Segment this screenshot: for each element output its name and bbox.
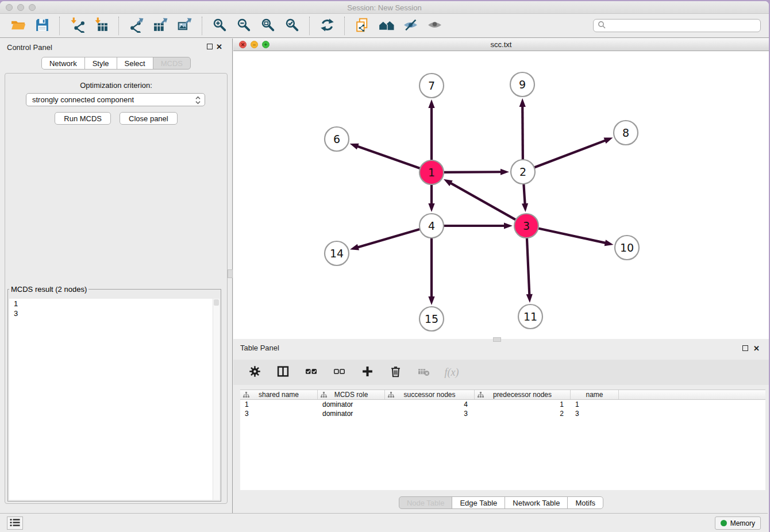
graph-edge-4-15[interactable] (428, 237, 434, 305)
graph-edge-1-2[interactable] (442, 169, 509, 175)
vertical-splitter-handle[interactable] (228, 269, 233, 278)
task-history-button[interactable] (7, 516, 23, 530)
graph-node-4[interactable]: 4 (419, 214, 444, 238)
tab-style[interactable]: Style (84, 57, 117, 70)
open-session-button[interactable] (9, 16, 26, 36)
graph-node-6[interactable]: 6 (325, 127, 349, 151)
cell-predecessor-nodes[interactable]: 2 (475, 409, 571, 418)
zoom-fit-button[interactable] (259, 16, 276, 36)
search-input[interactable] (609, 21, 756, 30)
network-graph[interactable]: 7968124314101511 (233, 52, 769, 340)
graph-edge-1-7[interactable] (428, 99, 434, 161)
cell-name[interactable]: 1 (571, 400, 619, 409)
table-tab-motifs[interactable]: Motifs (567, 496, 603, 509)
import-network-button[interactable] (68, 16, 86, 36)
tab-mcds[interactable]: MCDS (153, 57, 191, 70)
table-tab-network-table[interactable]: Network Table (505, 496, 568, 509)
column-header-shared-name[interactable]: shared name (240, 390, 318, 399)
table-row[interactable]: 3dominator323 (240, 409, 765, 418)
criterion-select[interactable]: strongly connected component (26, 93, 205, 106)
column-header-name[interactable]: name (571, 390, 619, 399)
close-panel-icon[interactable]: ✕ (216, 43, 222, 51)
graph-node-10[interactable]: 10 (615, 236, 639, 260)
list-icon (10, 518, 20, 529)
table-row[interactable]: 1dominator411 (240, 400, 765, 409)
add-column-button[interactable] (359, 364, 376, 381)
column-header-predecessor-nodes[interactable]: predecessor nodes (475, 390, 571, 399)
mcds-result-item[interactable]: 1 (9, 299, 220, 309)
table-close-panel-icon[interactable]: ✕ (753, 345, 760, 352)
cell-mcds-role[interactable]: dominator (318, 400, 385, 409)
show-all-button[interactable] (426, 16, 443, 36)
search-field[interactable] (593, 19, 761, 32)
graph-node-8[interactable]: 8 (614, 121, 638, 145)
export-table-button[interactable] (152, 16, 169, 36)
control-panel-tabs: NetworkStyleSelectMCDS (0, 57, 232, 70)
graph-node-14[interactable]: 14 (325, 241, 349, 265)
graph-edge-3-11[interactable] (526, 237, 533, 303)
deselect-all-rows-button[interactable] (330, 364, 348, 381)
graph-edge-4-3[interactable] (442, 222, 513, 229)
cell-mcds-role[interactable]: dominator (318, 409, 385, 418)
column-header-successor-nodes[interactable]: successor nodes (385, 390, 475, 399)
graph-edge-1-4[interactable] (428, 183, 434, 212)
graph-edge-4-14[interactable] (350, 229, 421, 250)
tab-network[interactable]: Network (41, 57, 85, 70)
node-table: shared nameMCDS rolesuccessor nodesprede… (240, 390, 765, 490)
table-toolbar: f(x) (233, 360, 769, 385)
export-image-button[interactable] (176, 16, 193, 36)
svg-text:9: 9 (519, 78, 526, 91)
cell-shared-name[interactable]: 3 (240, 409, 318, 418)
graph-node-1[interactable]: 1 (419, 160, 444, 184)
horizontal-splitter-handle[interactable] (493, 337, 501, 342)
close-panel-button[interactable]: Close panel (120, 112, 178, 125)
import-table-button[interactable] (93, 16, 110, 36)
export-network-button[interactable] (128, 16, 145, 36)
column-header-mcds-role[interactable]: MCDS role (318, 390, 385, 399)
zoom-in-button[interactable] (211, 16, 228, 36)
cell-predecessor-nodes[interactable]: 1 (475, 400, 571, 409)
network-canvas[interactable]: 7968124314101511 (233, 52, 769, 339)
graph-node-7[interactable]: 7 (419, 74, 444, 98)
mcds-tab-content: Optimization criterion: strongly connect… (5, 73, 228, 504)
table-float-panel-icon[interactable] (742, 345, 748, 351)
graph-edge-2-9[interactable] (519, 98, 526, 161)
delete-column-button[interactable] (387, 364, 404, 381)
graph-edge-2-3[interactable] (522, 183, 528, 212)
float-panel-icon[interactable] (207, 44, 213, 49)
cell-name[interactable]: 3 (571, 409, 619, 418)
tab-select[interactable]: Select (117, 57, 153, 70)
cell-successor-nodes[interactable]: 4 (385, 400, 475, 409)
graph-edge-3-1[interactable] (444, 179, 517, 221)
result-scrollbar-thumb[interactable] (214, 299, 219, 306)
mcds-result-list[interactable]: 13 (9, 299, 220, 500)
save-session-button[interactable] (33, 16, 51, 36)
export-table-icon (153, 17, 168, 34)
table-tab-node-table[interactable]: Node Table (399, 496, 453, 509)
duplicate-network-button[interactable] (353, 16, 371, 36)
zoom-out-button[interactable] (235, 16, 252, 36)
mcds-result-item[interactable]: 3 (9, 309, 220, 318)
run-mcds-button[interactable]: Run MCDS (55, 112, 111, 125)
zoom-selected-button[interactable] (283, 16, 301, 36)
graph-node-11[interactable]: 11 (518, 304, 542, 329)
hide-selected-button[interactable] (402, 16, 419, 36)
cell-successor-nodes[interactable]: 3 (385, 409, 475, 418)
first-neighbors-button[interactable] (378, 16, 395, 36)
table-settings-button[interactable] (246, 364, 263, 381)
graph-edge-1-6[interactable] (350, 144, 421, 169)
graph-node-15[interactable]: 15 (419, 307, 444, 331)
graph-node-9[interactable]: 9 (510, 72, 534, 97)
split-panel-button[interactable] (274, 364, 291, 381)
table-tab-edge-table[interactable]: Edge Table (452, 496, 505, 509)
select-all-rows-button[interactable] (302, 364, 319, 381)
graph-edge-2-8[interactable] (533, 138, 613, 168)
criterion-selected-value: strongly connected component (32, 95, 134, 104)
graph-node-3[interactable]: 3 (514, 214, 538, 238)
graph-node-2[interactable]: 2 (511, 160, 535, 184)
refresh-view-button[interactable] (318, 16, 336, 36)
result-scrollbar[interactable] (213, 299, 220, 500)
cell-shared-name[interactable]: 1 (240, 400, 318, 409)
graph-edge-3-10[interactable] (537, 228, 614, 246)
memory-button[interactable]: Memory (715, 516, 761, 530)
